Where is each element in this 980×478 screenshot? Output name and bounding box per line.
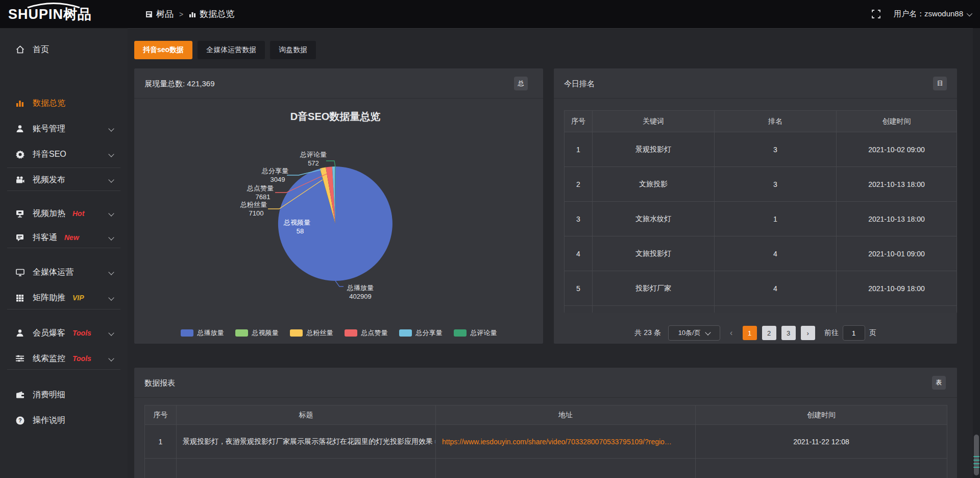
sidebar-item-video-heat[interactable]: 视频加热 Hot	[0, 203, 128, 224]
sidebar: 首页 数据总览 账号管理 抖音SEO 视频发布 视频加热 Hot	[0, 28, 128, 478]
table-view-button[interactable]: 表	[932, 376, 946, 390]
sidebar-item-label: 视频加热	[33, 208, 65, 219]
total-view-button[interactable]: 总	[514, 77, 528, 90]
cell-rank: 4	[715, 236, 837, 271]
chevron-down-icon	[108, 355, 114, 361]
sidebar-item-media-operation[interactable]: 全媒体运营	[0, 262, 128, 282]
sidebar-item-home[interactable]: 首页	[0, 39, 128, 60]
col-created: 创建时间	[696, 405, 947, 425]
page-button-2[interactable]: 2	[762, 326, 776, 340]
legend-item-fans[interactable]: 总粉丝量	[290, 328, 333, 338]
sidebar-divider	[7, 190, 120, 191]
page-size-select[interactable]: 10条/页	[668, 325, 720, 341]
legend-swatch	[454, 329, 467, 337]
sidebar-item-lead-monitor[interactable]: 线索监控 Tools	[0, 348, 128, 369]
pagination: 共 23 条 10条/页 ‹ 1 2 3 › 前往 页	[554, 325, 957, 341]
sidebar-divider	[7, 248, 120, 248]
sidebar-item-matrix-boost[interactable]: 矩阵助推 VIP	[0, 288, 128, 308]
cell-index: 1	[565, 132, 593, 167]
main-content: 抖音seo数据 全媒体运营数据 询盘数据 展现量总数: 421,369 总 D音…	[128, 28, 980, 478]
legend-item-play[interactable]: 总播放量	[181, 328, 224, 338]
cell-keyword: 景观投影灯	[593, 132, 715, 167]
report-title: 数据报表	[144, 378, 175, 387]
sidebar-item-account[interactable]: 账号管理	[0, 118, 128, 139]
vertical-scrollbar[interactable]	[973, 28, 980, 478]
daily-view-button[interactable]: 日	[933, 77, 947, 90]
chevron-down-icon	[108, 210, 114, 216]
legend-item-likes[interactable]: 总点赞量	[345, 328, 388, 338]
chart-title: D音SEO数据量总览	[290, 111, 381, 122]
chevron-down-icon	[108, 295, 114, 300]
tab-inquiry-data[interactable]: 询盘数据	[270, 41, 316, 59]
overview-panel-header: 展现量总数: 421,369 总	[134, 68, 543, 99]
cell-created: 2021-10-13 18:00	[837, 202, 957, 236]
tab-douyin-seo-data[interactable]: 抖音seo数据	[134, 41, 192, 59]
goto-page-input[interactable]	[843, 325, 865, 341]
scrollbar-thumb[interactable]	[974, 435, 979, 475]
sidebar-item-video-publish[interactable]: 视频发布	[0, 170, 128, 190]
bar-chart-icon	[189, 11, 196, 18]
page-button-3[interactable]: 3	[781, 326, 796, 340]
table-row[interactable]: 1 景观投影灯 3 2021-10-02 09:00	[565, 132, 957, 167]
breadcrumb-root-label: 树品	[156, 8, 174, 20]
legend-swatch	[290, 329, 303, 337]
report-panel-header: 数据报表 表	[134, 368, 957, 398]
user-menu[interactable]: 用户名：zswodun88	[894, 9, 971, 19]
label-comments-value: 572	[308, 159, 319, 167]
sidebar-item-douyin-seo[interactable]: 抖音SEO	[0, 144, 128, 164]
cell-index: 2	[565, 167, 593, 202]
video-link[interactable]: https://www.iesdouyin.com/share/video/70…	[442, 438, 672, 446]
label-video-name: 总视频量	[283, 219, 310, 226]
legend-label: 总播放量	[198, 328, 224, 338]
sidebar-item-member-burst[interactable]: 会员爆客 Tools	[0, 323, 128, 343]
label-fans-name: 总粉丝量	[240, 201, 267, 208]
label-shares-value: 3049	[271, 176, 285, 183]
ranking-panel-header: 今日排名 日	[554, 68, 957, 99]
table-row[interactable]: 1 景观投影灯，夜游景观投影灯厂家展示展示落花灯在花园里的灯光投影应用效果 # …	[145, 425, 947, 459]
table-row[interactable]: 2 文旅投影 3 2021-10-13 18:00	[565, 167, 957, 202]
sidebar-item-label: 数据总览	[33, 98, 65, 109]
legend-item-video[interactable]: 总视频量	[235, 328, 279, 338]
cell-rank: 3	[715, 167, 837, 202]
sidebar-item-label: 视频发布	[33, 175, 65, 185]
sidebar-divider	[7, 369, 120, 370]
ranking-title: 今日排名	[564, 79, 595, 88]
page-button-1[interactable]: 1	[743, 326, 757, 340]
cell-created: 2021-10-09 18:00	[837, 271, 957, 306]
sidebar-item-label: 抖音SEO	[33, 149, 66, 160]
cell-keyword: 投影灯厂家	[593, 271, 715, 306]
wallet-icon	[15, 391, 24, 398]
sidebar-divider	[7, 309, 120, 309]
sidebar-item-expense-detail[interactable]: 消费明细	[0, 385, 128, 405]
breadcrumb-root[interactable]: 树品	[145, 8, 174, 20]
fullscreen-icon[interactable]	[872, 10, 880, 18]
sidebar-item-data-overview[interactable]: 数据总览	[0, 93, 128, 113]
chevron-down-icon	[108, 126, 114, 131]
breadcrumb-current[interactable]: 数据总览	[189, 8, 234, 20]
tab-media-operation-data[interactable]: 全媒体运营数据	[198, 41, 265, 59]
sidebar-item-help[interactable]: ? 操作说明	[0, 410, 128, 431]
video-camera-icon	[15, 176, 24, 183]
goto-page: 前往 页	[824, 325, 876, 341]
overview-panel: 展现量总数: 421,369 总 D音SEO数据量总览 总评论量	[134, 68, 543, 344]
sidebar-item-label: 全媒体运营	[33, 267, 74, 278]
legend-item-shares[interactable]: 总分享量	[399, 328, 443, 338]
legend-label: 总评论量	[471, 328, 497, 338]
legend-item-comments[interactable]: 总评论量	[454, 328, 497, 338]
label-play-name: 总播放量	[347, 284, 374, 292]
label-video-value: 58	[297, 227, 304, 235]
pagination-total: 共 23 条	[634, 328, 660, 338]
tools-badge: Tools	[72, 329, 91, 337]
table-row[interactable]: 5 投影灯厂家 4 2021-10-09 18:00	[565, 271, 957, 306]
ranking-table: 序号 关键词 排名 创建时间 1 景观投影灯 3 2021-10-02 09:0…	[564, 110, 958, 313]
next-page-button[interactable]: ›	[801, 326, 815, 340]
table-row[interactable]: 4 文旅投影灯 4 2021-10-01 09:00	[565, 236, 957, 271]
chevron-down-icon	[967, 10, 972, 16]
prev-page-button[interactable]: ‹	[725, 326, 738, 340]
heat-monitor-icon	[15, 210, 24, 218]
sidebar-item-douketong[interactable]: 抖客通 New	[0, 227, 128, 248]
table-header-row: 序号 标题 地址 创建时间	[145, 405, 947, 425]
legend-label: 总点赞量	[361, 328, 388, 338]
table-row[interactable]: 3 文旅水纹灯 1 2021-10-13 18:00	[565, 202, 957, 236]
sidebar-item-label: 首页	[33, 44, 49, 55]
